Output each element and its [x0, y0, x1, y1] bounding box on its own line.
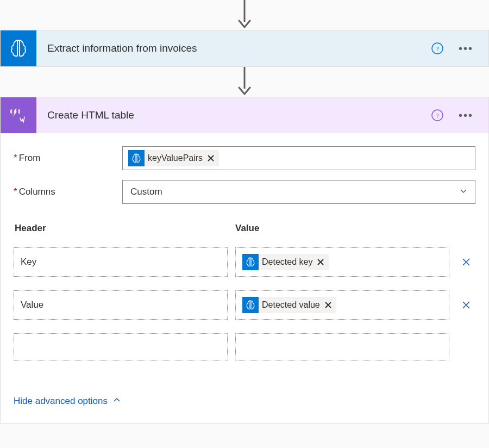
columns-row-empty: [14, 333, 475, 360]
brain-icon: [242, 297, 259, 313]
header-cell[interactable]: [14, 333, 228, 360]
token-label: keyValuePairs: [148, 153, 203, 163]
delete-row-button[interactable]: [457, 300, 475, 310]
svg-text:?: ?: [436, 111, 439, 120]
step-create-html-table: Create HTML table ? ••• *From keyValuePa…: [0, 97, 489, 424]
flow-arrow-mid: [0, 67, 489, 97]
chevron-down-icon: [460, 186, 467, 197]
columns-label: *Columns: [14, 186, 122, 197]
header-cell[interactable]: Value: [14, 290, 228, 320]
column-header-header: Header: [15, 223, 228, 234]
columns-value: Custom: [130, 186, 162, 197]
brain-icon: [242, 254, 259, 270]
chevron-up-icon: [113, 396, 121, 407]
token-remove-icon[interactable]: [323, 300, 333, 310]
from-field[interactable]: keyValuePairs: [122, 146, 475, 170]
columns-row: Key Detected key: [14, 247, 475, 277]
data-ops-icon: [1, 97, 36, 133]
more-menu-icon[interactable]: •••: [454, 109, 478, 122]
more-menu-icon[interactable]: •••: [454, 42, 478, 55]
flow-arrow-top: [0, 0, 489, 30]
value-cell[interactable]: Detected value: [235, 290, 449, 320]
value-cell[interactable]: Detected key: [235, 247, 449, 277]
value-cell[interactable]: [235, 333, 449, 360]
header-cell[interactable]: Key: [14, 247, 228, 277]
step-title: Create HTML table: [47, 109, 421, 121]
brain-icon: [128, 150, 145, 166]
token-remove-icon[interactable]: [206, 153, 216, 163]
token-keyvaluepairs[interactable]: keyValuePairs: [128, 150, 219, 166]
step-extract-invoices[interactable]: Extract information from invoices ? •••: [0, 30, 489, 67]
columns-row: Value Detected value: [14, 290, 475, 320]
step-header[interactable]: Create HTML table ? •••: [1, 97, 488, 133]
from-label: *From: [14, 153, 122, 164]
delete-row-button[interactable]: [457, 257, 475, 267]
token-label: Detected value: [262, 300, 320, 310]
columns-select[interactable]: Custom: [122, 180, 475, 204]
token-remove-icon[interactable]: [316, 257, 325, 267]
help-icon[interactable]: ?: [431, 42, 443, 54]
svg-text:?: ?: [436, 45, 439, 53]
column-header-value: Value: [235, 223, 448, 234]
brain-icon: [1, 30, 36, 66]
step-title: Extract information from invoices: [47, 42, 421, 54]
help-icon[interactable]: ?: [431, 109, 443, 121]
hide-advanced-options-toggle[interactable]: Hide advanced options: [14, 396, 121, 407]
token-label: Detected key: [262, 257, 312, 267]
token-detected-key[interactable]: Detected key: [242, 254, 329, 270]
token-detected-value[interactable]: Detected value: [242, 297, 336, 313]
